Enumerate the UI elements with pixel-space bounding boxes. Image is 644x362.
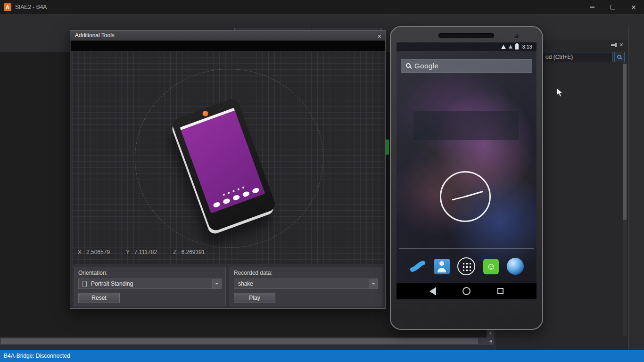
minimize-button[interactable] — [582, 0, 603, 14]
title-bar: A SIAE2 - B4A × — [0, 0, 644, 14]
people-app-icon[interactable] — [434, 259, 450, 274]
play-button[interactable]: Play — [234, 293, 275, 303]
orientation-group: Orientation: Portrait Standing Reset — [74, 267, 226, 306]
clock-text: 3:13 — [522, 44, 532, 49]
battery-icon — [515, 44, 519, 49]
accel-y: Y : 7.111782 — [126, 249, 157, 255]
accel-x: X : 2.506579 — [78, 249, 110, 255]
member-search-button[interactable] — [614, 52, 625, 62]
dialog-title: Additional Tools — [75, 32, 115, 39]
recorded-data-value: shake — [238, 280, 253, 287]
application-window: A SIAE2 - B4A × Release (default) Defaul… — [0, 0, 644, 362]
dialog-close-icon[interactable]: × — [378, 32, 381, 41]
scroll-left-arrow-icon[interactable]: ◀ — [487, 337, 494, 345]
close-button[interactable]: × — [623, 0, 644, 14]
close-icon: × — [631, 3, 636, 11]
dialog-bottom-panel: Orientation: Portrait Standing Reset Rec… — [72, 264, 384, 307]
analog-clock-widget[interactable] — [440, 171, 491, 222]
side-tab-strip — [628, 25, 644, 350]
emulator-screen[interactable]: 3:13 Google ☺ — [396, 42, 537, 299]
home-widget[interactable] — [413, 111, 519, 140]
bridge-status: B4A-Bridge: Disconnected — [4, 353, 70, 359]
accelerometer-readout: X : 2.506579 Y : 7.111782 Z : 6.269391 — [78, 249, 205, 255]
dock-divider — [399, 248, 534, 249]
maximize-icon — [611, 5, 615, 9]
emulator-window: 3:13 Google ☺ — [390, 26, 543, 330]
panel-scrollbar[interactable] — [623, 62, 627, 336]
maximize-button[interactable] — [603, 0, 623, 14]
emulator-speaker — [438, 33, 494, 38]
scroll-down-arrow-icon[interactable]: ▼ — [487, 330, 494, 337]
signal-icon — [509, 45, 512, 49]
android-nav-bar — [396, 283, 537, 299]
clock-hands — [441, 173, 489, 221]
chevron-down-icon — [372, 283, 375, 285]
combo-dropdown-button[interactable] — [369, 279, 378, 288]
browser-app-icon[interactable] — [507, 258, 524, 275]
scrollbar-thumb[interactable] — [623, 64, 627, 220]
mouse-cursor — [556, 88, 563, 98]
back-button-icon[interactable] — [429, 287, 436, 296]
app-drawer-icon[interactable] — [457, 257, 475, 275]
editor-horizontal-scrollbar[interactable] — [0, 337, 487, 345]
combo-dropdown-button[interactable] — [212, 279, 221, 288]
app-logo-icon: A — [4, 3, 11, 11]
dialog-title-bar[interactable]: Additional Tools × — [70, 31, 385, 41]
additional-tools-dialog: Additional Tools × X : 2.506579 — [70, 30, 386, 309]
pin-icon[interactable] — [611, 44, 615, 46]
recorded-data-group: Recorded data: shake Play — [230, 267, 382, 306]
wifi-icon — [501, 45, 506, 49]
orientation-label: Orientation: — [78, 270, 107, 276]
member-search-value: od (Ctrl+E) — [545, 54, 573, 60]
android-status-bar: 3:13 — [396, 42, 537, 51]
phone-app-icon[interactable] — [409, 258, 426, 275]
home-button-icon[interactable] — [462, 287, 471, 295]
orientation-value: Portrait Standing — [91, 280, 133, 287]
recorded-data-label: Recorded data: — [234, 270, 272, 276]
phone-icon — [83, 281, 87, 287]
recents-button-icon[interactable] — [497, 288, 504, 294]
device-camera-dot — [202, 110, 209, 117]
messaging-app-icon[interactable]: ☺ — [483, 259, 499, 274]
emulator-camera — [513, 33, 519, 39]
window-controls: × — [582, 0, 644, 14]
minimize-icon — [590, 7, 594, 8]
panel-close-icon[interactable]: × — [619, 41, 623, 48]
google-search-bar[interactable]: Google — [401, 59, 532, 73]
scrollbar-thumb[interactable] — [1, 338, 478, 344]
window-title: SIAE2 - B4A — [15, 0, 47, 14]
google-label: Google — [414, 62, 438, 70]
search-icon — [617, 55, 621, 59]
recorded-data-combo[interactable]: shake — [234, 279, 378, 289]
accel-z: Z : 6.269391 — [173, 249, 205, 255]
chevron-down-icon — [215, 283, 219, 285]
orientation-combo[interactable]: Portrait Standing — [78, 279, 222, 289]
search-icon — [406, 63, 411, 68]
dock: ☺ — [396, 251, 537, 281]
accelerometer-view[interactable]: X : 2.506579 Y : 7.111782 Z : 6.269391 — [72, 51, 384, 264]
status-bar: B4A-Bridge: Disconnected — [0, 350, 644, 362]
menu-bar — [0, 14, 644, 25]
dialog-tab-bar — [71, 41, 385, 51]
reset-button[interactable]: Reset — [78, 293, 120, 303]
